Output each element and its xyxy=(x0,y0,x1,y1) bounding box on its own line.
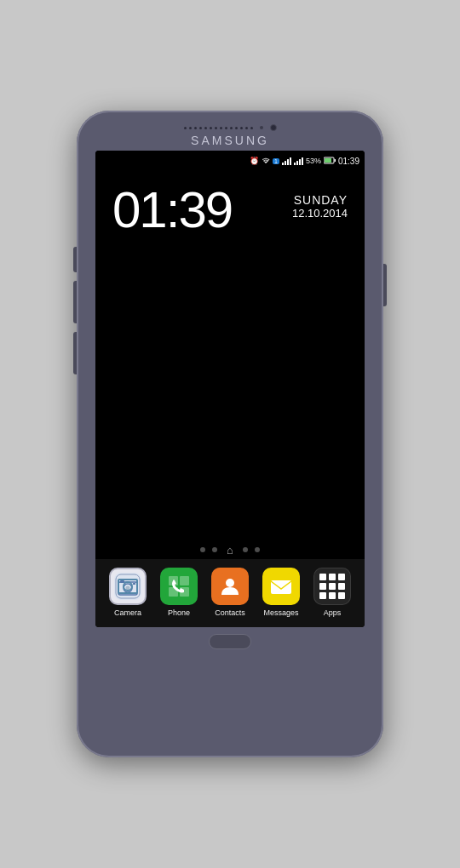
camera-label: Camera xyxy=(114,608,141,617)
contacts-app-icon[interactable] xyxy=(211,568,249,605)
dock-item-camera[interactable]: Camera xyxy=(106,568,149,617)
clock-area: 01:39 SUNDAY 12.10.2014 xyxy=(95,171,365,236)
phone-frame: SAMSUNG ⏰ 1 xyxy=(77,111,383,757)
status-icons: ⏰ 1 xyxy=(250,157,359,166)
svg-point-7 xyxy=(126,586,130,591)
date-area: SUNDAY 12.10.2014 xyxy=(292,185,348,220)
front-camera xyxy=(270,124,277,131)
svg-rect-9 xyxy=(133,583,135,585)
screen: ⏰ 1 xyxy=(95,151,365,627)
apps-grid xyxy=(319,574,345,599)
battery-percent: 53% xyxy=(306,157,321,165)
dock-item-messages[interactable]: Messages xyxy=(260,568,302,617)
back-button-side[interactable] xyxy=(73,332,77,374)
page-dot-2 xyxy=(212,547,217,552)
page-dot-1 xyxy=(200,547,205,552)
speaker-dots xyxy=(184,127,253,129)
apps-label: Apps xyxy=(324,608,342,617)
volume-down-button[interactable] xyxy=(73,281,77,323)
messages-svg xyxy=(267,573,295,600)
battery-icon xyxy=(324,157,336,166)
home-button[interactable] xyxy=(209,634,251,649)
svg-rect-5 xyxy=(118,582,137,595)
dock-item-apps[interactable]: Apps xyxy=(311,568,354,617)
status-bar: ⏰ 1 xyxy=(95,151,365,171)
apps-app-icon[interactable] xyxy=(313,568,351,605)
signal-bars-2 xyxy=(294,157,303,165)
home-indicator-center: ⌂ xyxy=(224,544,236,556)
sensor-dot xyxy=(260,126,263,129)
camera-svg xyxy=(114,573,141,600)
status-time: 01:39 xyxy=(338,157,359,166)
phone-app-icon[interactable] xyxy=(160,568,198,605)
camera-sensor-area xyxy=(184,124,277,131)
home-icon: ⌂ xyxy=(227,544,233,557)
date-text: 12.10.2014 xyxy=(292,207,348,220)
alarm-icon: ⏰ xyxy=(250,157,259,165)
main-clock: 01:39 xyxy=(112,185,232,236)
svg-point-16 xyxy=(226,579,234,587)
messages-label: Messages xyxy=(263,608,298,617)
svg-rect-2 xyxy=(325,158,331,163)
phone-label: Phone xyxy=(168,608,190,617)
dock-item-contacts[interactable]: Contacts xyxy=(209,568,251,617)
page-indicators: ⌂ xyxy=(95,544,365,556)
messages-app-icon[interactable] xyxy=(262,568,300,605)
svg-rect-3 xyxy=(114,573,141,600)
phone-svg xyxy=(165,573,193,600)
page-dot-4 xyxy=(255,547,260,552)
svg-rect-8 xyxy=(120,580,124,583)
wifi-icon xyxy=(262,157,270,166)
dock: Camera Phone xyxy=(95,559,365,627)
phone-top: SAMSUNG xyxy=(77,111,383,147)
svg-rect-1 xyxy=(334,159,336,162)
power-button[interactable] xyxy=(383,264,387,306)
volume-up-button[interactable] xyxy=(73,247,77,272)
svg-rect-12 xyxy=(180,576,189,585)
camera-app-icon[interactable] xyxy=(109,568,147,605)
contacts-svg xyxy=(216,573,244,600)
day-name: SUNDAY xyxy=(292,193,348,207)
brand-label: SAMSUNG xyxy=(191,134,269,147)
sim-badge: 1 xyxy=(273,158,279,164)
svg-rect-18 xyxy=(271,580,291,594)
dock-item-phone[interactable]: Phone xyxy=(158,568,200,617)
svg-point-6 xyxy=(124,584,132,592)
signal-bars-1 xyxy=(282,157,291,165)
phone-bottom xyxy=(77,627,383,658)
page-dot-3 xyxy=(243,547,248,552)
contacts-label: Contacts xyxy=(215,608,245,617)
